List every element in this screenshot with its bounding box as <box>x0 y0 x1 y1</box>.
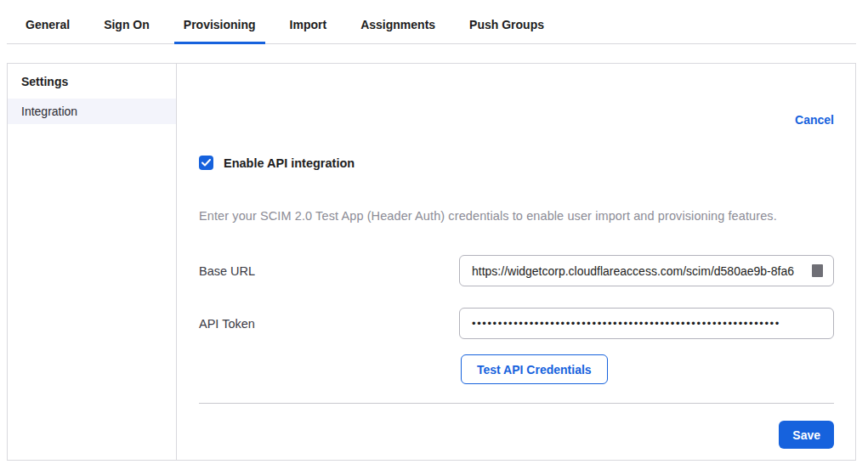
credentials-description: Enter your SCIM 2.0 Test App (Header Aut… <box>199 209 834 223</box>
cancel-row: Cancel <box>199 112 834 127</box>
tab-import[interactable]: Import <box>288 18 329 43</box>
sidebar-header: Settings <box>8 71 176 99</box>
test-credentials-row: Test API Credentials <box>199 354 834 384</box>
save-row: Save <box>199 421 834 449</box>
tab-provisioning[interactable]: Provisioning <box>182 18 258 43</box>
enable-api-integration-row: Enable API integration <box>199 156 834 170</box>
tab-push-groups[interactable]: Push Groups <box>468 18 546 43</box>
settings-sidebar: Settings Integration <box>8 64 177 460</box>
base-url-label: Base URL <box>199 264 459 278</box>
api-token-masked-value: ••••••••••••••••••••••••••••••••••••••••… <box>472 317 780 330</box>
provisioning-panel: Settings Integration Cancel Enable API i… <box>7 63 856 461</box>
cancel-link[interactable]: Cancel <box>795 113 834 127</box>
base-url-row: Base URL https://widgetcorp.cloudflareac… <box>199 255 834 286</box>
base-url-input[interactable]: https://widgetcorp.cloudflareaccess.com/… <box>459 255 834 286</box>
api-token-label: API Token <box>199 317 459 331</box>
app-tab-bar: General Sign On Provisioning Import Assi… <box>7 0 856 44</box>
checkmark-icon <box>201 159 211 167</box>
test-api-credentials-button[interactable]: Test API Credentials <box>461 354 608 384</box>
save-button[interactable]: Save <box>779 421 834 449</box>
sidebar-item-integration[interactable]: Integration <box>8 99 176 124</box>
tab-assignments[interactable]: Assignments <box>359 18 437 43</box>
integration-form: Cancel Enable API integration Enter your… <box>177 64 855 460</box>
form-divider <box>199 403 834 404</box>
enable-api-integration-checkbox[interactable] <box>199 156 213 170</box>
base-url-value: https://widgetcorp.cloudflareaccess.com/… <box>472 264 817 278</box>
text-truncation-artifact <box>812 264 823 277</box>
enable-api-integration-label: Enable API integration <box>224 156 355 170</box>
tab-sign-on[interactable]: Sign On <box>102 18 151 43</box>
tab-general[interactable]: General <box>24 18 71 43</box>
api-token-row: API Token ••••••••••••••••••••••••••••••… <box>199 308 834 339</box>
api-token-input[interactable]: ••••••••••••••••••••••••••••••••••••••••… <box>459 308 834 339</box>
